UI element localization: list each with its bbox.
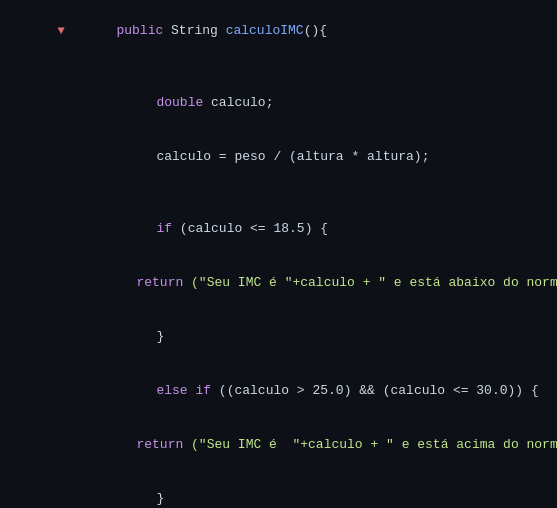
code-line [0,184,557,202]
type-string: String [171,23,226,38]
code-line: } [0,310,557,364]
code-line: calculo = peso / (altura * altura); [0,130,557,184]
code-line: else if ((calculo > 25.0) && (calculo <=… [0,364,557,418]
code-line: ▼ public String calculoIMC(){ [0,4,557,58]
code-editor: ▼ public String calculoIMC(){ double cal… [0,0,557,508]
code-line: if (calculo <= 18.5) { [0,202,557,256]
code-line: return ("Seu IMC é "+calculo + " e está … [0,256,557,310]
line-number: ▼ [0,4,30,58]
line-content: public String calculoIMC(){ [30,4,557,58]
keyword-public: public [116,23,171,38]
code-line: double calculo; [0,76,557,130]
code-line: return ("Seu IMC é "+calculo + " e está … [0,418,557,472]
code-line [0,58,557,76]
code-line: } [0,472,557,508]
method-name: calculoIMC [226,23,304,38]
